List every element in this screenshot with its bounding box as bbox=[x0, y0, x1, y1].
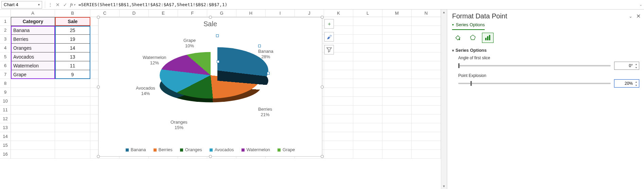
cell[interactable] bbox=[412, 88, 441, 97]
cell[interactable] bbox=[353, 106, 382, 114]
cell[interactable] bbox=[353, 35, 382, 44]
cell[interactable] bbox=[353, 88, 382, 97]
row-header[interactable]: 15 bbox=[0, 141, 11, 150]
cell[interactable] bbox=[412, 17, 441, 26]
cell[interactable] bbox=[324, 114, 353, 123]
cell[interactable] bbox=[353, 141, 382, 150]
selection-handle[interactable] bbox=[267, 72, 270, 75]
cell-a2[interactable]: Banana bbox=[11, 26, 55, 35]
cell[interactable] bbox=[382, 132, 412, 141]
cell[interactable] bbox=[353, 70, 382, 79]
chart-resize-handle[interactable] bbox=[97, 85, 100, 89]
cell[interactable] bbox=[382, 61, 412, 70]
spinner-down-icon[interactable]: ▼ bbox=[634, 66, 638, 69]
cell-b2[interactable]: 25 bbox=[55, 26, 90, 35]
cell-b1[interactable]: Sale bbox=[55, 17, 90, 26]
col-header[interactable]: L bbox=[353, 10, 382, 17]
datalabel-avocados[interactable]: Avocados14% bbox=[136, 85, 155, 97]
cell[interactable] bbox=[412, 61, 441, 70]
cell[interactable] bbox=[382, 79, 412, 88]
cell-a6[interactable]: Watermelon bbox=[11, 61, 55, 70]
row-header[interactable]: 10 bbox=[0, 97, 11, 106]
datalabel-berries[interactable]: Berries21% bbox=[258, 107, 272, 118]
cell-b4[interactable]: 14 bbox=[55, 44, 90, 52]
cell[interactable] bbox=[382, 35, 412, 44]
cell[interactable] bbox=[412, 79, 441, 88]
cell-b6[interactable]: 11 bbox=[55, 61, 90, 70]
row-header[interactable]: 7 bbox=[0, 70, 11, 79]
angle-input[interactable]: 0° ▲▼ bbox=[614, 62, 639, 70]
effects-tab[interactable] bbox=[467, 33, 479, 43]
slider-thumb[interactable] bbox=[470, 81, 472, 86]
cell[interactable] bbox=[382, 114, 412, 123]
cell[interactable] bbox=[11, 123, 55, 132]
cell[interactable] bbox=[412, 52, 441, 61]
col-header[interactable]: M bbox=[382, 10, 412, 17]
cell[interactable] bbox=[382, 150, 412, 159]
cell[interactable] bbox=[382, 88, 412, 97]
cell[interactable] bbox=[412, 35, 441, 44]
selection-handle[interactable] bbox=[216, 34, 219, 37]
cell[interactable] bbox=[353, 79, 382, 88]
cell-b5[interactable]: 13 bbox=[55, 52, 90, 61]
spinner-up-icon[interactable]: ▲ bbox=[634, 80, 638, 83]
row-header[interactable]: 13 bbox=[0, 123, 11, 132]
select-all-corner[interactable] bbox=[0, 10, 11, 17]
worksheet-grid[interactable]: A B C D E F G H I J K L M N 1 Category S… bbox=[0, 10, 441, 189]
col-header[interactable]: K bbox=[324, 10, 353, 17]
datalabel-oranges[interactable]: Oranges15% bbox=[171, 120, 187, 131]
cell[interactable] bbox=[324, 150, 353, 159]
cell[interactable] bbox=[11, 79, 55, 88]
col-header[interactable]: J bbox=[295, 10, 324, 17]
cell[interactable] bbox=[55, 132, 90, 141]
chart-resize-handle[interactable] bbox=[97, 155, 100, 158]
cell[interactable] bbox=[324, 97, 353, 106]
cell[interactable] bbox=[353, 150, 382, 159]
scroll-down-icon[interactable]: ▼ bbox=[441, 184, 447, 189]
row-header[interactable]: 14 bbox=[0, 132, 11, 141]
enter-formula-icon[interactable]: ✓ bbox=[61, 1, 69, 9]
cell-a5[interactable]: Avocados bbox=[11, 52, 55, 61]
cell[interactable] bbox=[11, 150, 55, 159]
row-header[interactable]: 1 bbox=[0, 17, 11, 26]
spinner-up-icon[interactable]: ▲ bbox=[634, 62, 638, 66]
spinner[interactable]: ▲▼ bbox=[634, 80, 638, 87]
selection-handle[interactable] bbox=[258, 45, 261, 47]
row-header[interactable]: 9 bbox=[0, 88, 11, 97]
cell[interactable] bbox=[382, 123, 412, 132]
series-options-tab[interactable] bbox=[482, 33, 494, 43]
cell[interactable] bbox=[382, 44, 412, 52]
cell[interactable] bbox=[412, 97, 441, 106]
cell[interactable] bbox=[55, 106, 90, 114]
cell[interactable] bbox=[55, 97, 90, 106]
chart-resize-handle[interactable] bbox=[209, 16, 212, 19]
cell[interactable] bbox=[412, 44, 441, 52]
cell[interactable] bbox=[324, 106, 353, 114]
spinner[interactable]: ▲▼ bbox=[634, 62, 638, 69]
scroll-up-icon[interactable]: ▲ bbox=[441, 10, 447, 15]
row-header[interactable]: 8 bbox=[0, 79, 11, 88]
cell[interactable] bbox=[55, 88, 90, 97]
slider-thumb[interactable] bbox=[458, 63, 460, 68]
cell[interactable] bbox=[353, 44, 382, 52]
legend-item[interactable]: Grape bbox=[278, 147, 295, 152]
cell[interactable] bbox=[382, 26, 412, 35]
pane-dropdown[interactable]: ▾ Series Options bbox=[452, 22, 485, 30]
explosion-slider[interactable] bbox=[458, 83, 611, 84]
legend-item[interactable]: Berries bbox=[154, 147, 173, 152]
cell[interactable] bbox=[412, 106, 441, 114]
insert-function-button[interactable]: fx▾ bbox=[69, 1, 76, 9]
cell[interactable] bbox=[55, 150, 90, 159]
cell[interactable] bbox=[382, 97, 412, 106]
legend-item[interactable]: Avocados bbox=[210, 147, 234, 152]
row-header[interactable]: 6 bbox=[0, 61, 11, 70]
col-header[interactable]: G bbox=[207, 10, 236, 17]
formula-input[interactable]: =SERIES(Sheet1!$B$1,Sheet1!$A$2:$A$7,She… bbox=[76, 2, 637, 7]
cell[interactable] bbox=[11, 88, 55, 97]
angle-slider[interactable] bbox=[458, 65, 611, 66]
cell-a7[interactable]: Grape bbox=[11, 70, 55, 79]
cell[interactable] bbox=[324, 123, 353, 132]
col-header[interactable]: H bbox=[236, 10, 266, 17]
chevron-down-icon[interactable]: ▾ bbox=[38, 3, 40, 6]
explosion-input[interactable]: 20% ▲▼ bbox=[614, 79, 639, 88]
